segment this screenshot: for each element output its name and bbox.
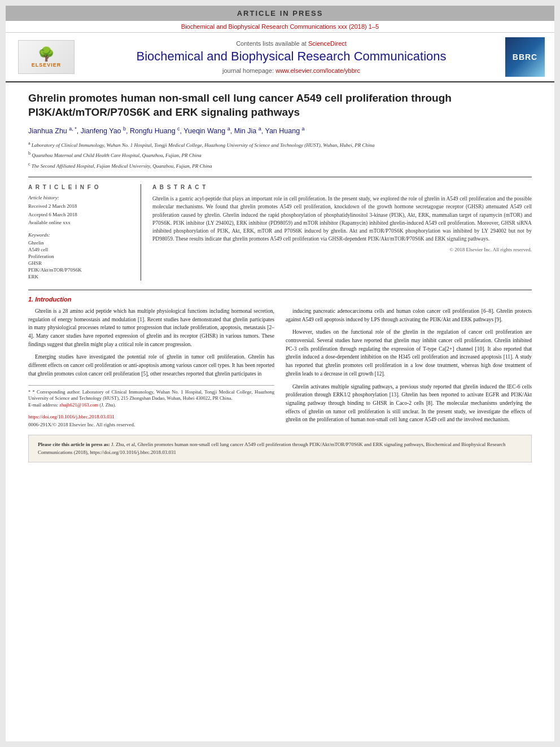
introduction-section: 1. Introduction Ghrelin is a 28 amino ac… xyxy=(28,290,532,429)
affil-text-a: Laboratory of Clinical Immunology, Wuhan… xyxy=(32,142,375,148)
sciencedirect-line: Contents lists available at ScienceDirec… xyxy=(236,40,347,47)
bbrc-logo-section: BBRC xyxy=(502,37,548,77)
author-sup-c: c xyxy=(177,126,180,132)
article-info-label: A R T I C L E I N F O xyxy=(28,184,134,190)
elsevier-logo-section: 🌳 ELSEVIER xyxy=(12,37,80,77)
journal-homepage-link[interactable]: www.elsevier.com/locate/ybbrc xyxy=(275,67,360,74)
article-info-abstract-section: A R T I C L E I N F O Article history: R… xyxy=(28,177,532,281)
affil-sup-a: a xyxy=(28,141,30,146)
affil-sup-c: c xyxy=(28,161,30,167)
footnote-star-line: * * Corresponding author. Laboratory of … xyxy=(28,389,274,403)
citation-label: Please cite this article in press as: xyxy=(38,442,111,447)
footnote-email-line: E-mail address: zhujh621@163.com (J. Zhu… xyxy=(28,402,274,409)
tree-icon: 🌳 xyxy=(38,46,55,62)
abstract-column: A B S T R A C T Ghrelin is a gastric acy… xyxy=(152,184,532,281)
journal-title: Biochemical and Biophysical Research Com… xyxy=(136,49,446,64)
sciencedirect-link[interactable]: ScienceDirect xyxy=(308,40,347,47)
intro-para-1: Ghrelin is a 28 amino acid peptide which… xyxy=(28,307,274,349)
keyword-ghsr: GHSR xyxy=(28,260,134,266)
journal-homepage-line: journal homepage: www.elsevier.com/locat… xyxy=(222,67,360,74)
page-wrapper: ARTICLE IN PRESS Biochemical and Biophys… xyxy=(6,6,554,741)
author-sup-a: a, * xyxy=(69,126,77,132)
footnote-star-text: * Corresponding author. Laboratory of Cl… xyxy=(28,389,274,401)
author-sup-a2: a xyxy=(228,126,230,132)
sciencedirect-label: Contents lists available at xyxy=(236,40,307,47)
affiliation-a: a Laboratory of Clinical Immunology, Wuh… xyxy=(28,140,532,150)
journal-header: 🌳 ELSEVIER Contents lists available at S… xyxy=(6,33,554,82)
elsevier-label: ELSEVIER xyxy=(32,62,62,68)
body-two-col: Ghrelin is a 28 amino acid peptide which… xyxy=(28,307,532,429)
copyright-line: 0006-291X/© 2018 Elsevier Inc. All right… xyxy=(28,421,274,429)
keyword-erk: ERK xyxy=(28,274,134,279)
article-title: Ghrelin promotes human non-small cell lu… xyxy=(28,91,532,119)
homepage-label: journal homepage: xyxy=(222,67,274,74)
intro-right-para-1: inducing pancreatic adenocarcinoma cells… xyxy=(286,307,532,324)
footnote-email-suffix: (J. Zhu). xyxy=(99,402,116,408)
abstract-label: A B S T R A C T xyxy=(152,184,532,190)
abstract-copyright: © 2018 Elsevier Inc. All rights reserved… xyxy=(152,247,532,252)
bbrc-logo: BBRC xyxy=(505,37,545,77)
intro-left-column: Ghrelin is a 28 amino acid peptide which… xyxy=(28,307,274,429)
doi-link[interactable]: https://doi.org/10.1016/j.bbrc.2018.03.0… xyxy=(28,414,115,420)
affil-text-b: Quanzhou Maternal and Child Health Care … xyxy=(32,152,201,158)
author-sup-b: b xyxy=(123,126,126,132)
intro-para-2: Emerging studies have investigated the p… xyxy=(28,353,274,378)
section-number: 1. xyxy=(28,296,33,303)
keyword-proliferation: Proliferation xyxy=(28,254,134,259)
keywords-label: Keywords: xyxy=(28,232,134,238)
article-in-press-banner: ARTICLE IN PRESS xyxy=(6,6,554,21)
affiliation-c: c The Second Affiliated Hospital, Fujian… xyxy=(28,161,532,171)
introduction-title: 1. Introduction xyxy=(28,296,532,303)
footnote-email-link[interactable]: zhujh621@163.com xyxy=(59,402,98,408)
footnote-email-label: E-mail address: xyxy=(28,402,58,408)
footnotes: * * Corresponding author. Laboratory of … xyxy=(28,385,274,409)
keyword-pi3k: PI3K/Akt/mTOR/P70S6K xyxy=(28,267,134,273)
authors-line: Jianhua Zhu a, *, Jianfeng Yao b, Rongfu… xyxy=(28,126,532,135)
affiliations: a Laboratory of Clinical Immunology, Wuh… xyxy=(28,140,532,171)
banner-text: ARTICLE IN PRESS xyxy=(237,9,323,18)
journal-info-bar: Biochemical and Biophysical Research Com… xyxy=(6,21,554,33)
doi-line: https://doi.org/10.1016/j.bbrc.2018.03.0… xyxy=(28,413,274,421)
journal-title-section: Contents lists available at ScienceDirec… xyxy=(86,37,497,77)
author-sup-a3: a xyxy=(259,126,261,132)
intro-right-column: inducing pancreatic adenocarcinoma cells… xyxy=(286,307,532,429)
article-history-label: Article history: xyxy=(28,195,134,200)
journal-info-text: Biochemical and Biophysical Research Com… xyxy=(181,23,379,30)
author-sup-a4: a xyxy=(302,126,305,132)
history-item-received: Received 2 March 2018 xyxy=(28,203,134,210)
keyword-a549: A549 cell xyxy=(28,247,134,252)
affil-sup-b: b xyxy=(28,151,30,156)
citation-bar: Please cite this article in press as: J.… xyxy=(28,435,532,462)
article-content: Ghrelin promotes human non-small cell lu… xyxy=(6,82,554,741)
affil-text-c: The Second Affiliated Hospital, Fujian M… xyxy=(32,163,212,169)
keyword-ghrelin: Ghrelin xyxy=(28,240,134,246)
elsevier-logo: 🌳 ELSEVIER xyxy=(18,40,75,74)
history-item-available: Available online xxx xyxy=(28,219,134,226)
article-info-column: A R T I C L E I N F O Article history: R… xyxy=(28,184,141,281)
abstract-text: Ghrelin is a gastric acyl-peptide that p… xyxy=(152,195,532,243)
section-title: Introduction xyxy=(35,296,71,303)
intro-right-para-2: However, studies on the functional role … xyxy=(286,328,532,378)
intro-right-para-3: Ghrelin activates multiple signaling pat… xyxy=(286,383,532,425)
history-item-accepted: Accepted 6 March 2018 xyxy=(28,211,134,219)
keywords-section: Keywords: Ghrelin A549 cell Proliferatio… xyxy=(28,232,134,279)
affiliation-b: b Quanzhou Maternal and Child Health Car… xyxy=(28,150,532,160)
